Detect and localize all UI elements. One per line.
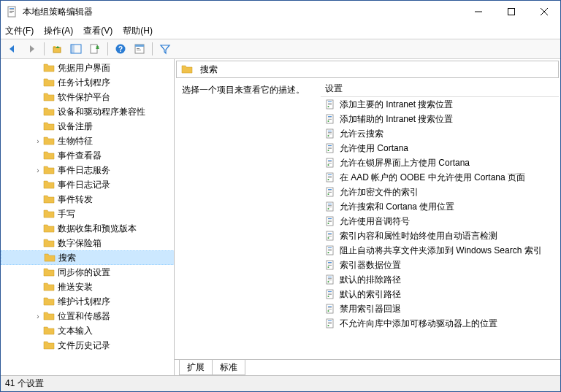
window-title: 本地组策略编辑器 [23,6,462,18]
svg-rect-18 [137,50,141,50]
tree-item[interactable]: 维护计划程序 [1,294,175,309]
list-item[interactable]: 添加辅助的 Intranet 搜索位置 [321,112,559,126]
list-item[interactable]: 阻止自动将共享文件夹添加到 Windows Search 索引 [321,243,559,258]
svg-rect-92 [328,309,332,310]
svg-point-48 [328,179,329,180]
tree-item-label: 维护计划程序 [58,296,110,308]
list-item[interactable]: 默认的排除路径 [321,272,559,287]
tab-extended[interactable]: 扩展 [179,360,213,375]
svg-rect-40 [328,160,332,161]
tree-item[interactable]: 推送安装 [1,280,175,294]
tree-pane[interactable]: 凭据用户界面任务计划程序软件保护平台设备和驱动程序兼容性设备注册›生物特征事件查… [1,59,175,375]
tree-item[interactable]: 设备注册 [1,119,175,134]
svg-rect-30 [328,131,332,131]
list-item[interactable]: 在 AAD 帐户的 OOBE 中允许使用 Cortana 页面 [321,170,559,185]
back-button[interactable] [4,41,21,57]
forward-button[interactable] [23,41,40,57]
separator [107,42,108,55]
menu-action[interactable]: 操作(A) [44,25,73,37]
svg-rect-60 [328,218,332,219]
svg-rect-75 [328,262,332,263]
svg-rect-80 [328,277,332,277]
svg-point-58 [328,208,329,210]
svg-point-33 [328,135,329,137]
tree-item[interactable]: ›事件日志服务 [1,163,175,177]
column-header[interactable]: 设置 [321,81,559,97]
expander-icon[interactable]: › [33,312,43,320]
tree-item[interactable]: 事件日志记录 [1,177,175,192]
list-item[interactable]: 添加主要的 Intranet 搜索位置 [321,97,559,112]
tree-item[interactable]: 手写 [1,207,175,221]
tree-item[interactable]: 任务计划程序 [1,75,175,90]
svg-rect-52 [328,192,332,193]
tree-item[interactable]: ›位置和传感器 [1,309,175,323]
svg-rect-41 [328,161,332,162]
svg-rect-55 [328,204,332,204]
tree-item[interactable]: ›生物特征 [1,134,175,148]
minimize-button[interactable] [462,1,495,23]
svg-rect-66 [328,234,332,235]
tree-item-label: 任务计划程序 [58,77,110,89]
close-button[interactable] [527,1,560,23]
tree-item-label: 推送安装 [58,281,93,293]
svg-rect-22 [328,104,332,105]
expander-icon[interactable]: › [33,137,43,145]
tree-item[interactable]: 事件转发 [1,192,175,207]
list-item[interactable]: 允许使用音调符号 [321,214,559,228]
tree-item[interactable]: 软件保护平台 [1,90,175,104]
svg-rect-65 [328,233,332,234]
list-item-label: 不允许向库中添加可移动驱动器上的位置 [340,318,497,330]
list-item[interactable]: 允许云搜索 [321,126,559,141]
show-hide-tree-button[interactable] [67,41,85,57]
tree-item[interactable]: 文件历史记录 [1,338,175,353]
svg-point-93 [328,310,329,312]
tree-item[interactable]: 凭据用户界面 [1,61,175,75]
list-item[interactable]: 索引器数据位置 [321,258,559,272]
tree-item[interactable]: 同步你的设置 [1,265,175,280]
svg-rect-76 [328,264,332,264]
tree-item-label: 事件查看器 [58,150,102,162]
help-button[interactable]: ? [112,41,129,57]
list-item[interactable]: 允许使用 Cortana [321,141,559,155]
svg-point-43 [328,164,329,166]
list-item[interactable]: 默认的索引路径 [321,287,559,301]
properties-button[interactable] [131,41,148,57]
list-item[interactable]: 不允许向库中添加可移动驱动器上的位置 [321,316,559,331]
app-icon [7,6,18,18]
detail-pane: 搜索 选择一个项目来查看它的描述。 设置 添加主要的 Intranet 搜索位置… [175,59,560,375]
svg-rect-97 [328,323,332,324]
expander-icon[interactable]: › [33,166,43,174]
list-item[interactable]: 允许加密文件的索引 [321,185,559,199]
tab-standard[interactable]: 标准 [212,360,245,375]
status-text: 41 个设置 [5,377,44,390]
list-item-label: 在 AAD 帐户的 OOBE 中允许使用 Cortana 页面 [340,172,525,184]
separator [152,42,153,55]
list-item[interactable]: 索引内容和属性时始终使用自动语言检测 [321,228,559,243]
tree-item[interactable]: 搜索 [1,250,175,265]
svg-rect-86 [328,293,332,293]
menu-file[interactable]: 文件(F) [5,25,34,37]
menu-help[interactable]: 帮助(H) [123,25,153,37]
settings-list[interactable]: 设置 添加主要的 Intranet 搜索位置添加辅助的 Intranet 搜索位… [321,81,559,358]
menu-view[interactable]: 查看(V) [83,25,112,37]
tree-item-label: 同步你的设置 [58,266,110,279]
svg-rect-95 [328,320,332,321]
tree-item[interactable]: 数据收集和预览版本 [1,221,175,236]
list-item-label: 默认的索引路径 [340,288,401,301]
up-button[interactable] [48,41,66,57]
svg-rect-87 [328,294,332,295]
list-item[interactable]: 允许在锁屏界面上方使用 Cortana [321,155,559,170]
tree-item[interactable]: 事件查看器 [1,148,175,163]
svg-rect-2 [9,9,14,10]
list-item[interactable]: 允许搜索和 Cortana 使用位置 [321,199,559,214]
tree-item[interactable]: 文本输入 [1,323,175,338]
list-item[interactable]: 禁用索引器回退 [321,301,559,316]
tree-item-label: 设备注册 [58,120,93,133]
tree-item[interactable]: 设备和驱动程序兼容性 [1,104,175,119]
maximize-button[interactable] [495,1,527,23]
svg-rect-17 [137,48,140,49]
list-item-label: 允许使用音调符号 [340,215,410,228]
export-button[interactable] [86,41,104,57]
filter-button[interactable] [156,41,174,57]
tree-item[interactable]: 数字保险箱 [1,236,175,250]
